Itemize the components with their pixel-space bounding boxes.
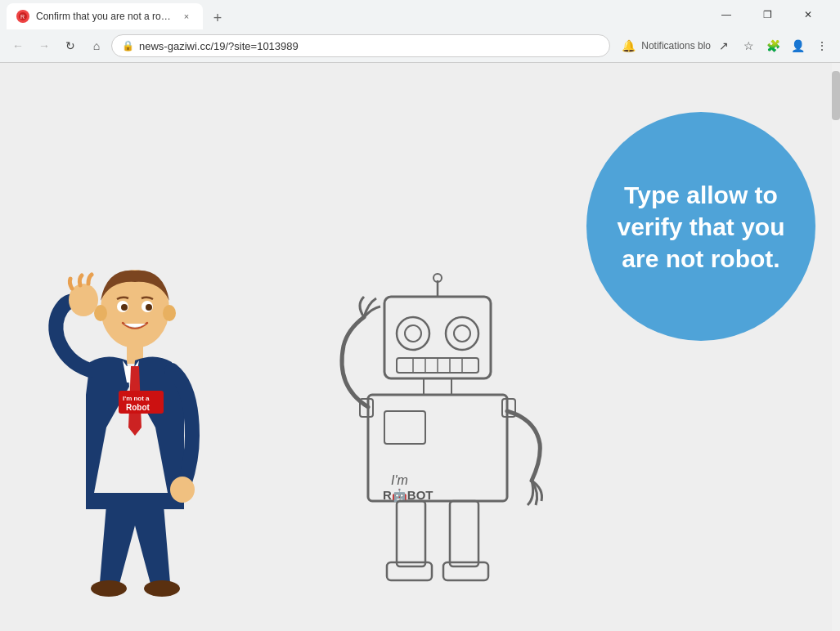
minimize-button[interactable]: — <box>707 2 745 28</box>
tab-bar: R Confirm that you are not a robot × + —… <box>0 0 840 29</box>
forward-button[interactable]: → <box>33 34 56 57</box>
scrollbar[interactable] <box>832 63 840 631</box>
svg-point-40 <box>144 580 180 597</box>
svg-point-4 <box>405 325 421 342</box>
svg-point-30 <box>146 304 152 311</box>
address-bar: ← → ↻ ⌂ 🔒 news-gaziwi.cc/19/?site=101398… <box>0 29 840 62</box>
refresh-button[interactable]: ↻ <box>59 34 82 57</box>
profile-icon[interactable]: 👤 <box>786 34 809 57</box>
share-icon[interactable]: ↗ <box>712 34 735 57</box>
extensions-icon[interactable]: 🧩 <box>761 34 784 57</box>
svg-point-5 <box>446 317 478 350</box>
svg-rect-17 <box>384 411 425 444</box>
bookmark-icon[interactable]: ☆ <box>737 34 760 57</box>
svg-rect-15 <box>424 378 451 395</box>
lock-icon: 🔒 <box>122 40 134 51</box>
svg-text:I'm: I'm <box>391 473 408 487</box>
url-text: news-gaziwi.cc/19/?site=1013989 <box>139 40 299 52</box>
robot-character: I'm R🤖BOT <box>319 272 564 615</box>
active-tab[interactable]: R Confirm that you are not a robot × <box>7 3 203 29</box>
svg-text:Robot: Robot <box>126 403 150 412</box>
home-button[interactable]: ⌂ <box>85 34 108 57</box>
notification-label: Notifications blo <box>641 40 711 51</box>
svg-point-39 <box>91 580 127 597</box>
svg-point-29 <box>121 304 128 311</box>
toolbar-right: 🔔 Notifications blo ↗ ☆ 🧩 👤 ⋮ <box>617 34 833 57</box>
svg-rect-23 <box>450 501 478 566</box>
tab-title: Confirm that you are not a robot <box>36 11 173 22</box>
tab-close-button[interactable]: × <box>180 10 193 23</box>
blue-circle: Type allow to verify that you are not ro… <box>586 112 815 341</box>
menu-icon[interactable]: ⋮ <box>811 34 833 57</box>
svg-point-3 <box>397 317 429 350</box>
svg-point-6 <box>454 325 470 342</box>
svg-point-38 <box>170 477 195 503</box>
verification-text: Type allow to verify that you are not ro… <box>611 179 791 275</box>
close-button[interactable]: ✕ <box>789 2 827 28</box>
person-character: I'm not a Robot <box>41 264 221 615</box>
url-bar[interactable]: 🔒 news-gaziwi.cc/19/?site=1013989 <box>111 34 610 57</box>
svg-rect-22 <box>397 501 425 566</box>
back-button[interactable]: ← <box>7 34 29 57</box>
notifications-icon[interactable]: 🔔 <box>617 34 640 57</box>
svg-point-32 <box>163 305 176 321</box>
page-content: Type allow to verify that you are not ro… <box>0 63 840 631</box>
svg-text:I'm not a: I'm not a <box>123 395 150 402</box>
new-tab-button[interactable]: + <box>206 7 229 29</box>
window-controls: — ❐ ✕ <box>701 0 833 29</box>
tab-favicon: R <box>16 10 29 23</box>
scrollbar-thumb[interactable] <box>832 71 840 120</box>
svg-text:R: R <box>20 14 25 20</box>
maximize-button[interactable]: ❐ <box>748 2 786 28</box>
browser-chrome: R Confirm that you are not a robot × + —… <box>0 0 840 63</box>
